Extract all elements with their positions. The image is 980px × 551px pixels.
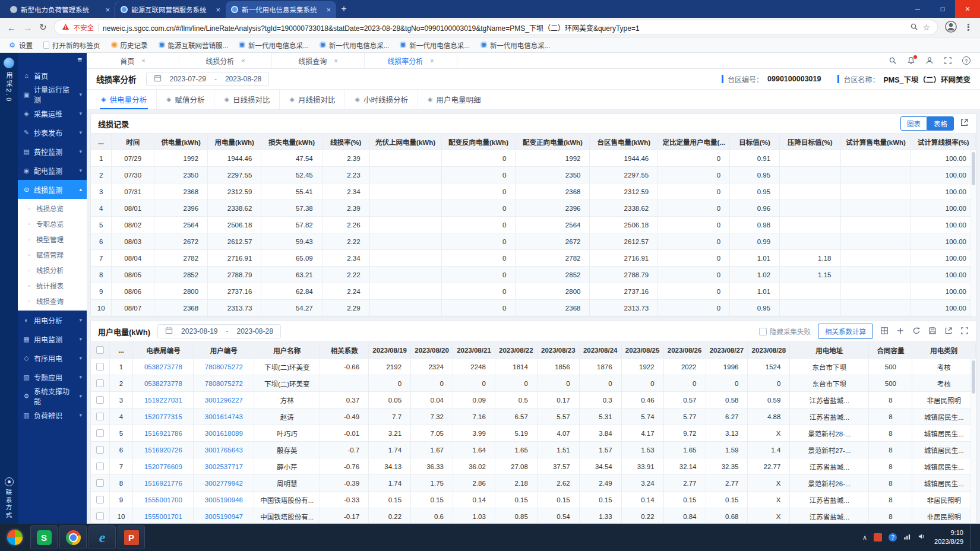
tray-expand-icon[interactable]: ∧ <box>862 534 867 542</box>
sidebar-item[interactable]: ◉配电监测▾ <box>18 161 87 180</box>
checkbox[interactable] <box>96 479 104 487</box>
tab-close-icon[interactable]: × <box>141 57 145 64</box>
cell-link[interactable]: 3001765643 <box>194 442 254 458</box>
network-icon[interactable] <box>903 533 911 542</box>
sidebar-item[interactable]: ✎抄表发布▾ <box>18 123 87 142</box>
sidebar-item[interactable]: ⊙线损监测▴ <box>18 180 87 199</box>
save-icon[interactable] <box>928 327 937 337</box>
bookmark-item[interactable]: 新一代用电信息采... <box>480 40 551 50</box>
new-tab-button[interactable]: + <box>336 1 352 17</box>
back-button[interactable]: ← <box>7 23 16 33</box>
bookmark-item[interactable]: 打开新的标签页 <box>43 40 100 50</box>
scrollbar[interactable] <box>970 150 976 316</box>
browser-menu-icon[interactable]: ⋮ <box>964 22 973 33</box>
maximize-button[interactable]: □ <box>930 0 955 18</box>
sidebar-subitem[interactable]: ▫线损查询 <box>18 293 87 309</box>
speaker-icon[interactable] <box>918 533 925 542</box>
cell-link[interactable]: 1555001701 <box>133 508 194 524</box>
tab-close-icon[interactable]: × <box>430 57 434 64</box>
contact-link[interactable]: 联系方式 <box>5 477 14 519</box>
subtab[interactable]: ◈小时线损分析 <box>345 90 418 109</box>
tab-close-icon[interactable]: × <box>216 5 220 14</box>
bookmark-item[interactable]: 能源互联网营销服... <box>159 40 229 50</box>
subtab[interactable]: ◈月线损对比 <box>280 90 345 109</box>
scrollbar-thumb[interactable] <box>972 360 975 394</box>
cell-link[interactable]: 7808075272 <box>194 375 254 392</box>
search-icon[interactable] <box>889 56 897 65</box>
sidebar-item[interactable]: ◈采集运维▾ <box>18 104 87 123</box>
checkbox[interactable] <box>96 346 104 354</box>
refresh-button[interactable]: ↻ <box>39 22 47 33</box>
tab-close-icon[interactable]: × <box>326 5 331 14</box>
date-range-picker[interactable]: 2023-07-29 - 2023-08-28 <box>146 72 270 86</box>
sidebar-item[interactable]: ▤费控监测▾ <box>18 142 87 161</box>
checkbox[interactable] <box>96 463 104 470</box>
sidebar-subitem[interactable]: ▫赋值管理 <box>18 247 87 262</box>
tab-close-icon[interactable]: × <box>241 57 245 64</box>
sidebar-item[interactable]: ◐用电分析▾ <box>18 311 87 330</box>
forward-button[interactable]: → <box>23 23 32 33</box>
tab-close-icon[interactable]: × <box>105 5 110 14</box>
add-icon[interactable] <box>896 327 905 337</box>
browser-tab[interactable]: 新一代用电信息采集系统× <box>226 1 336 18</box>
checkbox[interactable] <box>96 379 104 387</box>
export-icon[interactable] <box>960 118 969 129</box>
date-range-picker[interactable]: 2023-08-19 - 2023-08-28 <box>157 324 281 338</box>
tab-close-icon[interactable]: × <box>334 57 337 64</box>
cell-link[interactable]: 3001614743 <box>194 408 254 425</box>
bookmark-item[interactable]: ⚙设置 <box>8 40 33 50</box>
column-settings-icon[interactable] <box>880 327 889 337</box>
sidebar-item[interactable]: ◇有序用电▾ <box>18 349 87 368</box>
cell-link[interactable]: 3005190947 <box>194 508 254 524</box>
subtab[interactable]: ◈供电量分析 <box>91 90 157 109</box>
show-desktop-button[interactable] <box>970 524 974 551</box>
fullscreen-icon[interactable] <box>944 56 952 65</box>
bookmark-item[interactable]: 新一代用电信息采... <box>400 40 470 50</box>
sidebar-item[interactable]: ▥负荷辨识▾ <box>18 406 87 425</box>
checkbox[interactable] <box>96 413 104 420</box>
refresh-icon[interactable] <box>912 327 921 337</box>
taskbar-app-powerpoint[interactable]: P <box>118 525 145 549</box>
app-tab[interactable]: 线损查询× <box>272 53 365 68</box>
checkbox[interactable] <box>759 328 767 335</box>
cell-link[interactable]: 7808075272 <box>194 359 254 375</box>
subtab[interactable]: ◈用户电量明细 <box>418 90 490 109</box>
checkbox[interactable] <box>96 429 104 437</box>
taskbar-app-chrome[interactable] <box>59 525 87 549</box>
sidebar-subitem[interactable]: ▫线损总览 <box>18 201 87 216</box>
checkbox[interactable] <box>96 496 104 504</box>
bookmark-star-icon[interactable]: ☆ <box>922 23 930 32</box>
cell-link[interactable]: 1516921776 <box>133 475 194 492</box>
checkbox[interactable] <box>96 446 104 454</box>
notifications-bell-icon[interactable] <box>907 56 915 65</box>
help-icon[interactable]: ? <box>962 56 970 65</box>
sidebar-item[interactable]: ▣计量运行监测▾ <box>18 85 87 104</box>
sidebar-subitem[interactable]: ▫统计报表 <box>18 278 87 293</box>
bookmark-item[interactable]: 新一代用电信息采... <box>239 40 309 50</box>
cell-link[interactable]: 1520777315 <box>133 408 194 425</box>
app-tab[interactable]: 线损率分析× <box>365 53 457 68</box>
browser-tab[interactable]: 新型电力负荷管理系统× <box>5 1 115 18</box>
sidebar-item[interactable]: ⚙系统支撑功能▾ <box>18 387 87 406</box>
bookmark-item[interactable]: 新一代用电信息采... <box>320 40 390 50</box>
cell-link[interactable]: 1519227031 <box>133 392 194 408</box>
cell-link[interactable]: 3001296227 <box>194 392 254 408</box>
sidebar-subitem[interactable]: ▫模型管理 <box>18 232 87 247</box>
zoom-icon[interactable] <box>910 23 918 33</box>
bookmark-item[interactable]: 历史记录 <box>111 40 148 50</box>
hide-failed-toggle[interactable]: 隐藏采集失败 <box>759 327 811 336</box>
sidebar-subitem[interactable]: ▫专职总览 <box>18 216 87 232</box>
taskbar-app-wps[interactable]: S <box>30 525 58 549</box>
table-view-button[interactable]: 表格 <box>927 116 954 131</box>
cell-link[interactable]: 3002537717 <box>194 458 254 475</box>
taskbar-app-ie[interactable]: e <box>88 525 116 549</box>
app-tab[interactable]: 线损分析× <box>179 53 272 68</box>
profile-avatar-icon[interactable] <box>945 21 957 34</box>
app-tab[interactable]: 首页× <box>87 53 179 68</box>
sidebar-item[interactable]: ⌂首页 <box>18 66 87 85</box>
export-icon[interactable] <box>944 327 953 337</box>
address-bar[interactable]: 不安全 neweic.js.sgcc.com.cn/#/llm/line/Lin… <box>54 20 938 35</box>
sidebar-item[interactable]: ▧专题应用▾ <box>18 368 87 387</box>
cell-link[interactable]: 0538273778 <box>133 359 194 375</box>
checkbox[interactable] <box>96 512 104 520</box>
